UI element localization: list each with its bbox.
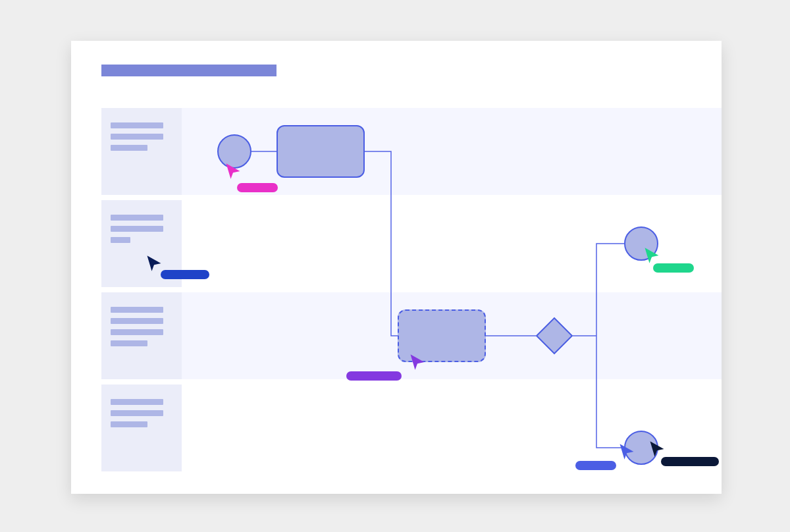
end-event-node[interactable] [624, 226, 658, 261]
placeholder-text-bar [111, 226, 163, 232]
swimlane-label [101, 108, 182, 195]
collaborator-label [661, 457, 719, 466]
title-placeholder-bar [101, 65, 276, 76]
start-event-node[interactable] [217, 134, 251, 169]
placeholder-text-bar [111, 318, 163, 324]
collaborator-label [653, 263, 694, 273]
placeholder-text-bar [111, 215, 163, 221]
collaborator-label [237, 183, 278, 192]
collaborator-label [346, 371, 402, 381]
diagram-card [71, 41, 722, 494]
placeholder-text-bar [111, 307, 163, 313]
end-event-node[interactable] [624, 431, 658, 465]
placeholder-text-bar [111, 122, 163, 128]
placeholder-text-bar [111, 329, 163, 335]
placeholder-text-bar [111, 340, 147, 346]
swimlane-label [101, 292, 182, 379]
placeholder-text-bar [111, 410, 163, 416]
collaborator-label [161, 270, 209, 279]
swimlane-row [101, 108, 722, 195]
placeholder-text-bar [111, 134, 163, 140]
swimlane-label [101, 385, 182, 471]
swimlane-body [182, 108, 722, 195]
task-node-dashed[interactable] [398, 309, 486, 362]
placeholder-text-bar [111, 399, 163, 405]
task-node[interactable] [276, 125, 365, 178]
placeholder-text-bar [111, 421, 147, 427]
placeholder-text-bar [111, 145, 147, 151]
collaborator-label [575, 461, 616, 470]
placeholder-text-bar [111, 237, 130, 243]
swimlane-canvas[interactable] [101, 108, 722, 477]
